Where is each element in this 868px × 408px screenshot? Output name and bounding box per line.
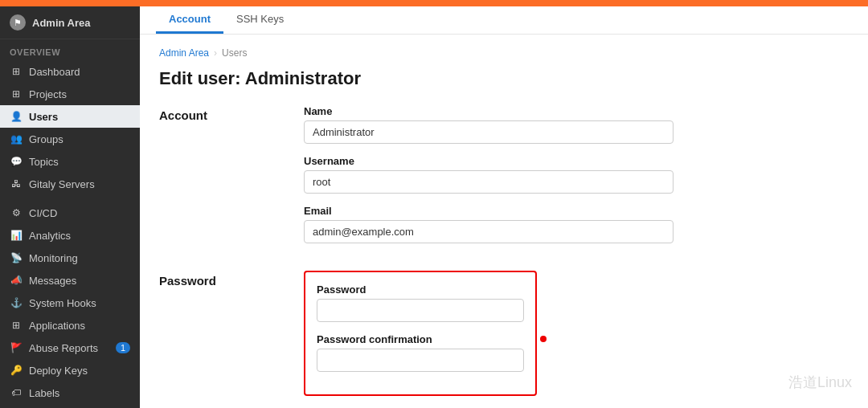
sidebar-item-analytics[interactable]: 📊 Analytics — [0, 224, 140, 247]
main-content: Account SSH Keys Admin Area › Users Edit… — [140, 6, 868, 408]
dashboard-label: Dashboard — [29, 66, 80, 78]
tab-ssh-keys[interactable]: SSH Keys — [223, 6, 297, 34]
admin-area-label: Admin Area — [32, 17, 90, 29]
name-input[interactable] — [304, 120, 674, 144]
breadcrumb-parent[interactable]: Admin Area — [159, 47, 209, 59]
monitoring-label: Monitoring — [29, 252, 78, 264]
password-confirm-field-group: Password confirmation — [317, 333, 524, 372]
password-input[interactable] — [317, 299, 524, 322]
password-error-dot — [540, 336, 547, 342]
top-bar — [0, 0, 868, 6]
password-highlight-box: Password Password confirmation — [304, 271, 537, 396]
overview-section-label: Overview — [0, 39, 140, 60]
messages-label: Messages — [29, 275, 76, 287]
breadcrumb-separator: › — [214, 47, 217, 59]
content-body: Admin Area › Users Edit user: Administra… — [140, 35, 868, 408]
messages-icon: 📣 — [10, 274, 23, 287]
username-label: Username — [304, 155, 849, 167]
sidebar-item-groups[interactable]: 👥 Groups — [0, 128, 140, 150]
sidebar-item-monitoring[interactable]: 📡 Monitoring — [0, 247, 140, 269]
sidebar-item-deploy-keys[interactable]: 🔑 Deploy Keys — [0, 359, 140, 381]
monitoring-icon: 📡 — [10, 251, 23, 264]
admin-area-header[interactable]: ⚑ Admin Area — [0, 6, 140, 39]
users-label: Users — [29, 111, 58, 123]
account-section: Account Name Username Email — [159, 105, 849, 255]
email-label: Email — [304, 205, 849, 217]
sidebar-item-projects[interactable]: ⊞ Projects — [0, 83, 140, 105]
password-field-group: Password — [317, 284, 524, 322]
sidebar-item-gitaly-servers[interactable]: 🖧 Gitaly Servers — [0, 173, 140, 195]
applications-icon: ⊞ — [10, 319, 23, 332]
admin-icon: ⚑ — [10, 14, 26, 31]
hooks-label: System Hooks — [29, 297, 96, 309]
abuse-icon: 🚩 — [10, 341, 23, 354]
topics-icon: 💬 — [10, 155, 23, 168]
sidebar: ⚑ Admin Area Overview ⊞ Dashboard ⊞ Proj… — [0, 6, 140, 408]
password-section: Password Password Password confirmation — [159, 271, 849, 407]
analytics-icon: 📊 — [10, 229, 23, 242]
sidebar-item-labels[interactable]: 🏷 Labels — [0, 381, 140, 404]
email-field-group: Email — [304, 205, 849, 243]
users-icon: 👤 — [10, 110, 23, 123]
sidebar-item-settings[interactable]: ⚙ Settings — [0, 404, 140, 408]
sidebar-item-dashboard[interactable]: ⊞ Dashboard — [0, 60, 140, 83]
password-label: Password — [317, 284, 524, 296]
sidebar-item-system-hooks[interactable]: ⚓ System Hooks — [0, 292, 140, 314]
cicd-icon: ⚙ — [10, 206, 23, 219]
email-input[interactable] — [304, 220, 674, 243]
abuse-badge: 1 — [116, 342, 130, 353]
dashboard-icon: ⊞ — [10, 65, 23, 78]
password-confirm-input[interactable] — [317, 349, 524, 372]
abuse-label: Abuse Reports — [29, 342, 98, 354]
projects-label: Projects — [29, 88, 67, 100]
username-field-group: Username — [304, 155, 849, 194]
sidebar-item-topics[interactable]: 💬 Topics — [0, 150, 140, 173]
deploy-label: Deploy Keys — [29, 365, 88, 377]
labels-label: Labels — [29, 387, 59, 399]
password-fields: Password Password confirmation — [304, 271, 849, 407]
cicd-label: CI/CD — [29, 207, 57, 219]
name-field-group: Name — [304, 105, 849, 144]
deploy-icon: 🔑 — [10, 364, 23, 377]
account-section-label: Account — [159, 105, 304, 255]
projects-icon: ⊞ — [10, 88, 23, 100]
gitaly-label: Gitaly Servers — [29, 178, 95, 190]
sidebar-item-applications[interactable]: ⊞ Applications — [0, 314, 140, 337]
analytics-label: Analytics — [29, 230, 71, 242]
password-confirm-label: Password confirmation — [317, 333, 524, 345]
hooks-icon: ⚓ — [10, 296, 23, 309]
name-label: Name — [304, 105, 849, 117]
sidebar-item-messages[interactable]: 📣 Messages — [0, 269, 140, 292]
breadcrumb: Admin Area › Users — [159, 47, 849, 59]
sidebar-item-cicd[interactable]: ⚙ CI/CD — [0, 202, 140, 224]
topics-label: Topics — [29, 156, 59, 168]
account-fields: Name Username Email — [304, 105, 849, 255]
applications-label: Applications — [29, 320, 85, 332]
sidebar-item-users[interactable]: 👤 Users — [0, 105, 140, 128]
tab-account[interactable]: Account — [156, 6, 223, 34]
sidebar-item-abuse-reports[interactable]: 🚩 Abuse Reports 1 — [0, 337, 140, 359]
content-tabs: Account SSH Keys — [140, 6, 868, 35]
breadcrumb-current: Users — [222, 47, 247, 59]
username-input[interactable] — [304, 170, 674, 194]
page-title: Edit user: Administrator — [159, 68, 849, 89]
labels-icon: 🏷 — [10, 386, 23, 399]
groups-icon: 👥 — [10, 133, 23, 145]
password-section-label: Password — [159, 271, 304, 407]
gitaly-icon: 🖧 — [10, 177, 23, 190]
groups-label: Groups — [29, 133, 63, 145]
